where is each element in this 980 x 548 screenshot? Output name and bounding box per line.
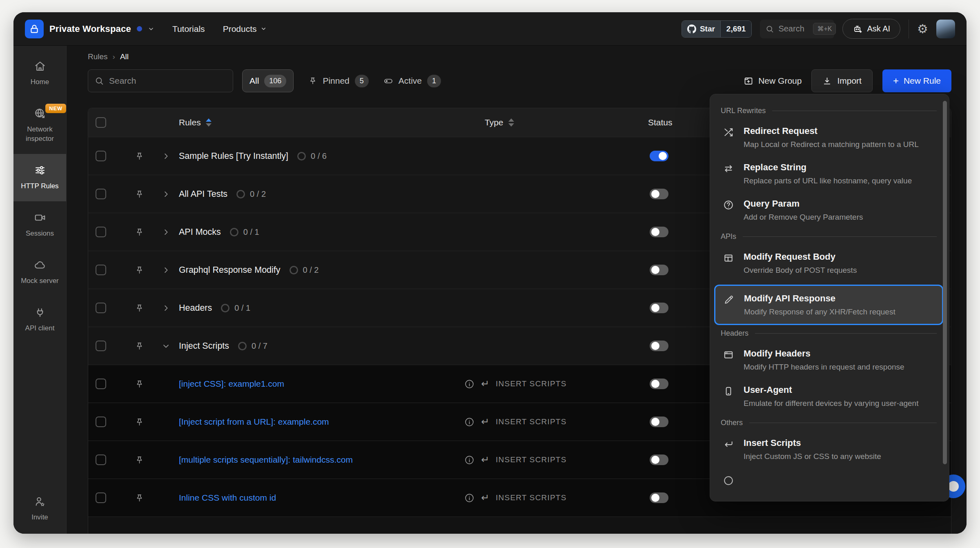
dropdown-section-apis: APIs <box>721 232 937 241</box>
dropdown-item-insert-scripts[interactable]: Insert Scripts Inject Custom JS or CSS t… <box>721 431 937 468</box>
group-name[interactable]: API Mocks <box>179 227 221 237</box>
dropdown-item-modify-headers[interactable]: Modify Headers Modify HTTP headers in re… <box>721 342 937 378</box>
status-toggle[interactable] <box>650 417 668 427</box>
group-name[interactable]: Headers <box>179 303 212 313</box>
sidebar-item-http-rules[interactable]: HTTP Rules <box>13 154 66 201</box>
info-icon[interactable] <box>464 417 474 427</box>
rule-name-link[interactable]: [Inject script from a URL]: example.com <box>179 417 329 427</box>
global-search-input[interactable] <box>778 24 808 33</box>
info-icon[interactable] <box>464 379 474 389</box>
chevron-right-icon[interactable] <box>154 304 178 312</box>
status-toggle[interactable] <box>650 379 668 389</box>
row-checkbox[interactable] <box>96 189 106 199</box>
chevron-right-icon[interactable] <box>154 152 178 160</box>
group-name[interactable]: Graphql Response Modify <box>179 265 281 275</box>
dropdown-scrollbar[interactable] <box>943 101 947 464</box>
dropdown-item-modify-api-response[interactable]: Modify API Response Modify Response of a… <box>714 285 943 325</box>
sort-icon <box>206 118 212 127</box>
group-name[interactable]: All API Tests <box>179 189 227 199</box>
row-checkbox[interactable] <box>96 492 106 503</box>
pin-icon[interactable] <box>125 493 154 503</box>
rule-name-link[interactable]: Inline CSS with custom id <box>179 493 276 503</box>
lock-icon[interactable] <box>25 20 44 38</box>
import-button[interactable]: Import <box>811 69 873 92</box>
github-star-button[interactable]: Star 2,691 <box>682 20 752 38</box>
nav-tutorials[interactable]: Tutorials <box>172 24 205 34</box>
sidebar-item-api-client[interactable]: API client <box>13 296 66 343</box>
new-group-button[interactable]: New Group <box>744 76 802 86</box>
dropdown-item-user-agent[interactable]: User-Agent Emulate for different devices… <box>721 378 937 414</box>
pin-icon[interactable] <box>125 189 154 199</box>
filter-all[interactable]: All 106 <box>242 69 294 92</box>
dropdown-item-query-param[interactable]: Query Param Add or Remove Query Paramete… <box>721 192 937 228</box>
row-checkbox[interactable] <box>96 265 106 275</box>
dropdown-item-replace-string[interactable]: Replace String Replace parts of URL like… <box>721 156 937 192</box>
pin-icon[interactable] <box>125 379 154 389</box>
column-header-type[interactable]: Type <box>464 118 640 127</box>
nav-products[interactable]: Products <box>223 24 267 34</box>
status-toggle[interactable] <box>650 189 668 199</box>
chevron-down-icon[interactable] <box>154 342 178 350</box>
row-checkbox[interactable] <box>96 341 106 351</box>
sidebar-item-network-inspector[interactable]: NEW Network inspector <box>13 97 66 154</box>
item-title: Query Param <box>744 198 863 209</box>
status-toggle[interactable] <box>650 151 668 161</box>
chevron-right-icon[interactable] <box>154 228 178 236</box>
chevron-right-icon[interactable] <box>154 266 178 274</box>
status-toggle[interactable] <box>650 341 668 351</box>
pin-icon[interactable] <box>125 303 154 313</box>
avatar[interactable] <box>936 20 955 38</box>
rule-name-link[interactable]: [multiple scripts sequentially]: tailwin… <box>179 455 353 465</box>
globe-icon <box>34 107 46 120</box>
breadcrumb-rules[interactable]: Rules <box>88 52 108 61</box>
status-toggle[interactable] <box>650 492 668 503</box>
group-name[interactable]: Sample Rules [Try Instantly] <box>179 151 288 161</box>
status-toggle[interactable] <box>650 265 668 275</box>
rules-search[interactable] <box>88 69 233 92</box>
row-checkbox[interactable] <box>96 151 106 161</box>
global-search[interactable]: ⌘+K <box>760 20 834 38</box>
row-checkbox[interactable] <box>96 227 106 237</box>
info-icon[interactable] <box>464 455 474 465</box>
item-description: Add or Remove Query Parameters <box>744 213 863 222</box>
info-icon[interactable] <box>464 493 474 503</box>
column-header-rules[interactable]: Rules <box>178 118 464 127</box>
return-arrow-icon: ↵ <box>481 492 489 503</box>
workspace-switcher[interactable]: Private Workspace <box>25 20 154 38</box>
rule-name-link[interactable]: [inject CSS]: example1.com <box>179 379 284 389</box>
dropdown-section-headers: Headers <box>721 329 937 338</box>
rules-search-input[interactable] <box>109 76 226 86</box>
sort-icon <box>508 118 514 127</box>
new-rule-button[interactable]: + New Rule <box>882 69 951 92</box>
group-name[interactable]: Inject Scripts <box>179 341 229 351</box>
pin-icon <box>308 76 317 85</box>
status-toggle[interactable] <box>650 454 668 465</box>
gear-icon[interactable]: ⚙ <box>917 23 928 35</box>
pin-icon[interactable] <box>125 151 154 161</box>
star-label: Star <box>700 25 715 33</box>
filter-pinned[interactable]: Pinned 5 <box>308 75 368 87</box>
sidebar-item-sessions[interactable]: Sessions <box>13 201 66 249</box>
ask-ai-button[interactable]: Ask AI <box>842 19 900 39</box>
dropdown-item-cutoff[interactable] <box>721 468 937 492</box>
status-toggle[interactable] <box>650 227 668 237</box>
pin-icon[interactable] <box>125 455 154 465</box>
select-all-checkbox[interactable] <box>96 117 106 128</box>
filter-active[interactable]: Active 1 <box>383 75 441 87</box>
item-description: Modify HTTP headers in request and respo… <box>744 363 904 372</box>
pin-icon[interactable] <box>125 227 154 237</box>
dropdown-item-redirect-request[interactable]: Redirect Request Map Local or Redirect a… <box>721 119 937 156</box>
row-checkbox[interactable] <box>96 454 106 465</box>
sidebar-item-home[interactable]: Home <box>13 50 66 97</box>
chevron-right-icon[interactable] <box>154 190 178 198</box>
pin-icon[interactable] <box>125 341 154 351</box>
row-checkbox[interactable] <box>96 417 106 427</box>
row-checkbox[interactable] <box>96 379 106 389</box>
status-toggle[interactable] <box>650 303 668 313</box>
sidebar-item-mock-server[interactable]: Mock server <box>13 249 66 296</box>
pin-icon[interactable] <box>125 265 154 275</box>
pin-icon[interactable] <box>125 417 154 427</box>
row-checkbox[interactable] <box>96 303 106 313</box>
sidebar-item-invite[interactable]: Invite <box>13 485 66 534</box>
dropdown-item-modify-request-body[interactable]: Modify Request Body Override Body of POS… <box>721 245 937 281</box>
